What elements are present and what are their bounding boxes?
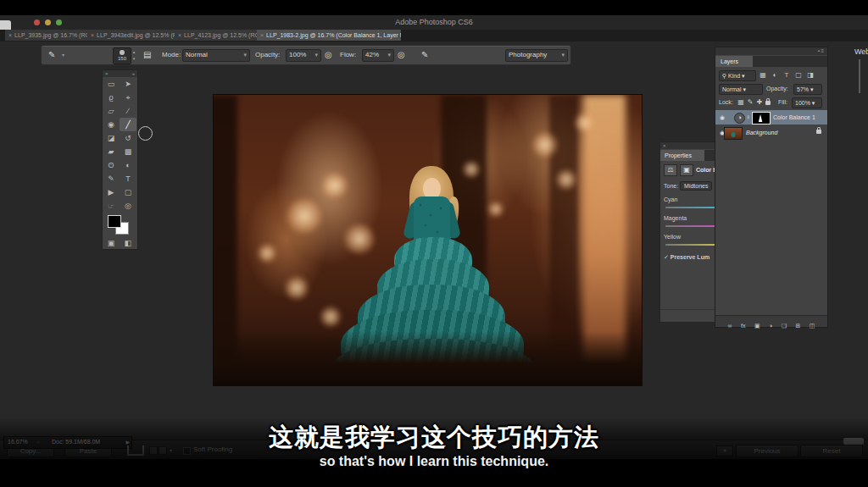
brush-size-stepper[interactable]: ▴▾ [131,48,136,62]
tab-properties[interactable]: Properties [660,150,709,161]
tab-document-4-active[interactable]: ×LLP_1983-2.jpg @ 16.7% (Color Balance 1… [257,30,402,41]
rectangle-tool[interactable]: ▢ [120,185,136,199]
opacity-select[interactable]: 100%▾ [286,49,321,62]
bokeh-light [532,132,558,158]
path-selection-tool[interactable]: ▶ [103,185,120,199]
lock-position-icon[interactable]: ✚ [754,96,765,108]
eraser-tool[interactable]: ▰ [103,145,120,158]
screen-mode-button[interactable]: ◧ [120,236,136,250]
tone-select[interactable]: Midtones [680,181,712,191]
layer-name[interactable]: Color Balance 1 [773,110,815,125]
blend-mode-value: Normal [722,86,742,92]
opacity-value: 100% [289,51,306,58]
type-tool[interactable]: T [120,172,136,185]
add-layer-mask-icon[interactable]: ▣ [754,320,760,331]
filter-adjustment-layers-icon[interactable]: ◐ [770,69,780,81]
filter-shape-layers-icon[interactable]: ▢ [793,69,804,81]
close-panel-icon[interactable]: × [663,143,666,148]
blur-tool[interactable]: ʘ [103,158,120,172]
close-tab-icon[interactable]: × [91,32,94,38]
filter-kind-select[interactable]: ⚲ Kind ▾ [719,70,756,81]
layer-mask-thumbnail[interactable] [752,112,771,125]
airbrush-icon[interactable]: ◎ [325,46,332,64]
pen-tool[interactable]: ✎ [103,172,120,185]
zoom-tool[interactable]: ◎ [120,199,136,213]
move-tool[interactable]: ➤ [120,77,136,91]
layer-name[interactable]: Background [746,125,777,140]
layer-visibility-eye-icon[interactable]: ◉ [720,110,725,125]
layer-thumbnail[interactable] [724,127,743,140]
cyan-red-slider[interactable] [665,207,717,208]
layer-row-color-balance[interactable]: ◉ ◑ ∞ Color Balance 1 [715,110,827,125]
dodge-tool[interactable]: ◐ [120,158,136,172]
hand-tool[interactable]: ☞ [103,199,120,213]
rectangular-marquee-tool[interactable]: ▭ [103,77,120,91]
clone-stamp-tool[interactable]: ◪ [103,131,120,145]
lock-all-icon[interactable] [765,101,771,105]
filter-pixel-layers-icon[interactable]: ▦ [758,69,768,81]
pressure-size-icon[interactable]: ✎ [421,46,428,64]
collapse-icon[interactable]: ▪ [818,48,820,53]
link-layers-icon[interactable]: ∞ [728,320,732,331]
close-tab-icon[interactable]: × [260,32,264,38]
brush-size-preview[interactable]: 150 [113,47,131,64]
preserve-luminosity-label: Preserve Lum [670,254,709,260]
fill-select[interactable]: 100% ▾ [792,97,822,108]
tools-panel-header[interactable]: ×» [103,70,137,77]
bokeh-light [575,113,593,132]
panel-menu-icon[interactable]: ≡ [821,48,824,53]
yellow-blue-slider[interactable] [665,244,717,246]
foreground-color-swatch[interactable] [108,215,121,228]
new-layer-icon[interactable]: ⊞ [795,320,800,331]
brush-preset-caret-icon[interactable]: ▾ [62,46,64,64]
gradient-tool[interactable]: ▩ [120,145,136,158]
brush-preset-icon[interactable]: ✎ [48,46,55,64]
bokeh-light [287,198,322,234]
quick-selection-tool[interactable]: ⌖ [120,91,136,104]
spot-healing-brush-tool[interactable]: ◉ [103,118,120,131]
layer-blend-mode-select[interactable]: Normal ▾ [719,84,763,95]
close-panel-icon[interactable]: × [105,71,108,76]
airbrush-toggle-icon[interactable]: ◎ [398,46,405,64]
layer-effects-icon[interactable]: fx [741,320,745,331]
lasso-tool[interactable]: ϱ [103,91,120,104]
canvas-image[interactable] [214,95,642,385]
checkbox-checked-icon[interactable]: ✓ [664,254,669,260]
toggle-brush-panel-icon[interactable]: ▤ [143,46,151,64]
lock-fill-row: Lock: ▦ ✎ ✚ Fill: 100% ▾ [715,96,827,108]
blend-mode-select[interactable]: Normal▾ [182,49,250,62]
crop-tool[interactable]: ▱ [103,104,120,118]
layer-opacity-value: 57% [797,86,809,92]
new-adjustment-layer-icon[interactable]: ◑ [769,320,772,331]
workspace-select[interactable]: Photography▾ [505,49,568,62]
layers-panel-topbar[interactable]: ▪ ≡ [715,47,827,55]
layer-filter-row: ⚲ Kind ▾ ▦ ◐ T ▢ ◨ [715,69,827,81]
eyedropper-tool[interactable]: ∕ [120,104,136,118]
lock-label: Lock: [719,96,733,108]
history-brush-tool[interactable]: ↺ [120,131,136,145]
delete-layer-icon[interactable]: ◫ [810,320,815,331]
new-group-icon[interactable]: ❏ [782,320,787,331]
color-balance-icon: ⚖ [664,164,677,176]
properties-panel-header[interactable]: × [660,142,716,149]
tab-document-1[interactable]: ×LLP_3935.jpg @ 16.7% (RGB/8) [5,30,94,41]
flow-select[interactable]: 42%▾ [362,49,394,62]
tab-document-3[interactable]: ×LLP_4123.jpg @ 12.5% (RGB/8) [175,30,264,41]
close-tab-icon[interactable]: × [178,32,181,38]
magenta-green-slider[interactable] [665,225,717,227]
tab-layers[interactable]: Layers [715,56,758,67]
tab-document-2[interactable]: ×LLP_3943edit.jpg @ 12.5% (RGB/8) [87,30,181,41]
close-tab-icon[interactable]: × [8,32,12,38]
filter-type-layers-icon[interactable]: T [782,69,792,81]
tone-label: Tone: [664,183,678,189]
preserve-luminosity-row[interactable]: ✓ Preserve Lum [664,254,709,261]
chevron-down-icon: ▾ [561,50,565,60]
adjustment-type-row: ⚖▣Color B [664,164,717,176]
quick-mask-mode-button[interactable]: ▣ [103,236,120,250]
layer-opacity-select[interactable]: 57% ▾ [793,84,822,95]
brush-tool-active[interactable]: ╱ [120,118,136,131]
filter-smart-object-icon[interactable]: ◨ [805,69,815,81]
collapse-panel-icon[interactable]: » [132,70,135,77]
layer-row-background[interactable]: ◉ Background [715,125,827,140]
layer-mask-icon[interactable]: ▣ [680,164,693,176]
